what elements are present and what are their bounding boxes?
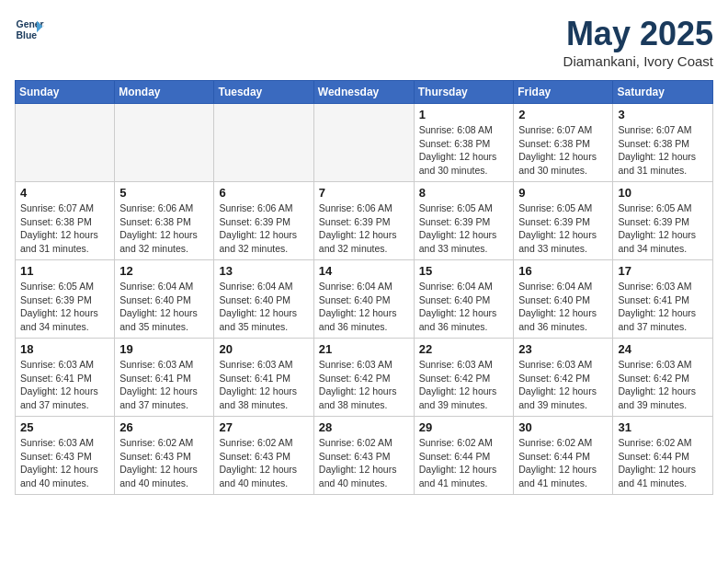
day-number: 2 xyxy=(518,108,608,121)
day-number: 13 xyxy=(219,264,308,278)
day-info: Sunrise: 6:04 AM Sunset: 6:40 PM Dayligh… xyxy=(319,280,409,334)
calendar-cell: 18Sunrise: 6:03 AM Sunset: 6:41 PM Dayli… xyxy=(16,339,115,417)
svg-text:Blue: Blue xyxy=(17,30,38,40)
calendar-cell: 23Sunrise: 6:03 AM Sunset: 6:42 PM Dayli… xyxy=(514,339,613,417)
day-info: Sunrise: 6:02 AM Sunset: 6:43 PM Dayligh… xyxy=(319,436,409,490)
day-info: Sunrise: 6:07 AM Sunset: 6:38 PM Dayligh… xyxy=(618,123,708,178)
calendar-week-1: 1Sunrise: 6:08 AM Sunset: 6:38 PM Daylig… xyxy=(16,104,713,182)
calendar-cell: 19Sunrise: 6:03 AM Sunset: 6:41 PM Dayli… xyxy=(115,339,214,417)
calendar-cell: 24Sunrise: 6:03 AM Sunset: 6:42 PM Dayli… xyxy=(613,339,713,417)
day-info: Sunrise: 6:05 AM Sunset: 6:39 PM Dayligh… xyxy=(518,201,608,256)
day-number: 6 xyxy=(219,186,308,200)
day-info: Sunrise: 6:03 AM Sunset: 6:41 PM Dayligh… xyxy=(618,280,708,334)
day-info: Sunrise: 6:06 AM Sunset: 6:38 PM Dayligh… xyxy=(119,201,209,256)
calendar-cell: 16Sunrise: 6:04 AM Sunset: 6:40 PM Dayli… xyxy=(514,260,613,339)
calendar-cell: 13Sunrise: 6:04 AM Sunset: 6:40 PM Dayli… xyxy=(214,260,313,339)
day-info: Sunrise: 6:04 AM Sunset: 6:40 PM Dayligh… xyxy=(119,280,209,334)
location: Diamankani, Ivory Coast xyxy=(563,53,713,69)
calendar-cell: 4Sunrise: 6:07 AM Sunset: 6:38 PM Daylig… xyxy=(16,182,115,260)
day-number: 14 xyxy=(319,264,409,278)
calendar-week-3: 11Sunrise: 6:05 AM Sunset: 6:39 PM Dayli… xyxy=(16,260,713,339)
day-number: 1 xyxy=(419,108,509,121)
day-number: 15 xyxy=(419,264,509,278)
calendar-cell: 30Sunrise: 6:02 AM Sunset: 6:44 PM Dayli… xyxy=(514,417,613,495)
calendar-week-5: 25Sunrise: 6:03 AM Sunset: 6:43 PM Dayli… xyxy=(16,417,713,495)
day-header-wednesday: Wednesday xyxy=(313,81,414,104)
calendar-cell: 25Sunrise: 6:03 AM Sunset: 6:43 PM Dayli… xyxy=(16,417,115,495)
day-header-saturday: Saturday xyxy=(613,81,713,104)
day-number: 18 xyxy=(20,342,109,356)
day-number: 28 xyxy=(319,420,409,434)
day-info: Sunrise: 6:03 AM Sunset: 6:42 PM Dayligh… xyxy=(618,358,708,412)
day-info: Sunrise: 6:03 AM Sunset: 6:41 PM Dayligh… xyxy=(20,358,109,412)
calendar-cell xyxy=(16,104,115,182)
logo: General Blue xyxy=(15,15,44,44)
day-number: 11 xyxy=(20,264,109,278)
calendar-cell: 26Sunrise: 6:02 AM Sunset: 6:43 PM Dayli… xyxy=(115,417,214,495)
calendar-cell: 2Sunrise: 6:07 AM Sunset: 6:38 PM Daylig… xyxy=(514,104,613,182)
month-title: May 2025 xyxy=(563,15,713,53)
day-number: 30 xyxy=(518,420,608,434)
day-info: Sunrise: 6:07 AM Sunset: 6:38 PM Dayligh… xyxy=(20,201,109,256)
calendar-week-2: 4Sunrise: 6:07 AM Sunset: 6:38 PM Daylig… xyxy=(16,182,713,260)
calendar-cell: 27Sunrise: 6:02 AM Sunset: 6:43 PM Dayli… xyxy=(214,417,313,495)
calendar: SundayMondayTuesdayWednesdayThursdayFrid… xyxy=(15,80,713,495)
day-info: Sunrise: 6:05 AM Sunset: 6:39 PM Dayligh… xyxy=(618,201,708,256)
calendar-cell: 7Sunrise: 6:06 AM Sunset: 6:39 PM Daylig… xyxy=(313,182,414,260)
day-info: Sunrise: 6:03 AM Sunset: 6:42 PM Dayligh… xyxy=(518,358,608,412)
day-number: 20 xyxy=(219,342,308,356)
day-info: Sunrise: 6:02 AM Sunset: 6:43 PM Dayligh… xyxy=(119,436,209,490)
calendar-cell: 28Sunrise: 6:02 AM Sunset: 6:43 PM Dayli… xyxy=(313,417,414,495)
day-number: 25 xyxy=(20,420,109,434)
day-info: Sunrise: 6:02 AM Sunset: 6:44 PM Dayligh… xyxy=(518,436,608,490)
calendar-cell xyxy=(313,104,414,182)
day-info: Sunrise: 6:02 AM Sunset: 6:44 PM Dayligh… xyxy=(419,436,509,490)
day-info: Sunrise: 6:02 AM Sunset: 6:44 PM Dayligh… xyxy=(618,436,708,490)
calendar-header-row: SundayMondayTuesdayWednesdayThursdayFrid… xyxy=(16,81,713,104)
calendar-cell: 15Sunrise: 6:04 AM Sunset: 6:40 PM Dayli… xyxy=(414,260,514,339)
calendar-cell: 6Sunrise: 6:06 AM Sunset: 6:39 PM Daylig… xyxy=(214,182,313,260)
day-number: 10 xyxy=(618,186,708,200)
day-header-friday: Friday xyxy=(514,81,613,104)
title-block: May 2025 Diamankani, Ivory Coast xyxy=(563,15,713,69)
day-number: 17 xyxy=(618,264,708,278)
day-number: 19 xyxy=(119,342,209,356)
calendar-cell: 11Sunrise: 6:05 AM Sunset: 6:39 PM Dayli… xyxy=(16,260,115,339)
day-number: 3 xyxy=(618,108,708,121)
calendar-cell: 12Sunrise: 6:04 AM Sunset: 6:40 PM Dayli… xyxy=(115,260,214,339)
day-info: Sunrise: 6:03 AM Sunset: 6:42 PM Dayligh… xyxy=(419,358,509,412)
day-info: Sunrise: 6:03 AM Sunset: 6:41 PM Dayligh… xyxy=(119,358,209,412)
calendar-cell: 31Sunrise: 6:02 AM Sunset: 6:44 PM Dayli… xyxy=(613,417,713,495)
calendar-cell: 10Sunrise: 6:05 AM Sunset: 6:39 PM Dayli… xyxy=(613,182,713,260)
day-info: Sunrise: 6:03 AM Sunset: 6:42 PM Dayligh… xyxy=(319,358,409,412)
day-info: Sunrise: 6:08 AM Sunset: 6:38 PM Dayligh… xyxy=(419,123,509,178)
day-info: Sunrise: 6:05 AM Sunset: 6:39 PM Dayligh… xyxy=(419,201,509,256)
day-info: Sunrise: 6:07 AM Sunset: 6:38 PM Dayligh… xyxy=(518,123,608,178)
day-number: 21 xyxy=(319,342,409,356)
calendar-week-4: 18Sunrise: 6:03 AM Sunset: 6:41 PM Dayli… xyxy=(16,339,713,417)
day-number: 26 xyxy=(119,420,209,434)
calendar-cell: 1Sunrise: 6:08 AM Sunset: 6:38 PM Daylig… xyxy=(414,104,514,182)
calendar-cell: 22Sunrise: 6:03 AM Sunset: 6:42 PM Dayli… xyxy=(414,339,514,417)
day-info: Sunrise: 6:02 AM Sunset: 6:43 PM Dayligh… xyxy=(219,436,308,490)
day-number: 7 xyxy=(319,186,409,200)
calendar-cell xyxy=(115,104,214,182)
calendar-cell: 5Sunrise: 6:06 AM Sunset: 6:38 PM Daylig… xyxy=(115,182,214,260)
day-info: Sunrise: 6:06 AM Sunset: 6:39 PM Dayligh… xyxy=(219,201,308,256)
day-number: 8 xyxy=(419,186,509,200)
day-header-tuesday: Tuesday xyxy=(214,81,313,104)
day-info: Sunrise: 6:04 AM Sunset: 6:40 PM Dayligh… xyxy=(419,280,509,334)
day-info: Sunrise: 6:06 AM Sunset: 6:39 PM Dayligh… xyxy=(319,201,409,256)
calendar-cell xyxy=(214,104,313,182)
day-header-monday: Monday xyxy=(115,81,214,104)
calendar-cell: 29Sunrise: 6:02 AM Sunset: 6:44 PM Dayli… xyxy=(414,417,514,495)
day-number: 22 xyxy=(419,342,509,356)
day-number: 9 xyxy=(518,186,608,200)
day-number: 31 xyxy=(618,420,708,434)
day-number: 27 xyxy=(219,420,308,434)
page-header: General Blue May 2025 Diamankani, Ivory … xyxy=(15,15,713,69)
day-number: 5 xyxy=(119,186,209,200)
day-header-thursday: Thursday xyxy=(414,81,514,104)
day-number: 4 xyxy=(20,186,109,200)
day-number: 12 xyxy=(119,264,209,278)
